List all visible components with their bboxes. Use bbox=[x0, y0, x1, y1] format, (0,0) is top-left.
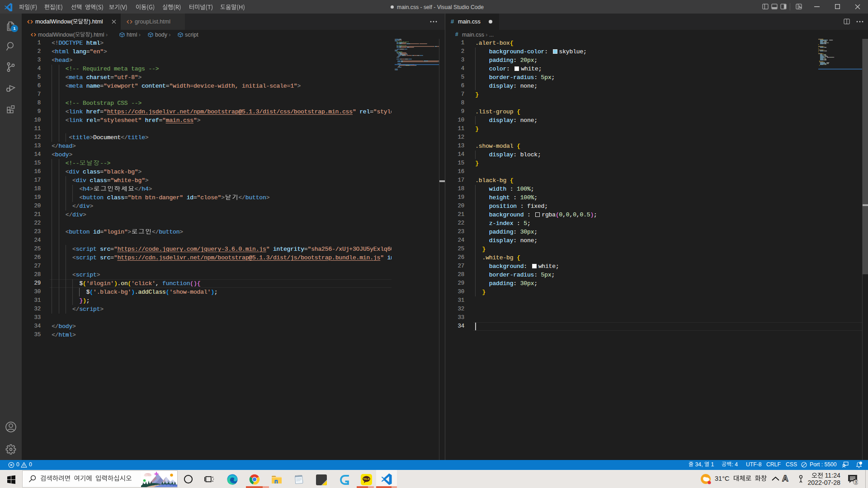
svg-text:TALK: TALK bbox=[363, 478, 370, 480]
svg-text:3: 3 bbox=[855, 480, 857, 484]
